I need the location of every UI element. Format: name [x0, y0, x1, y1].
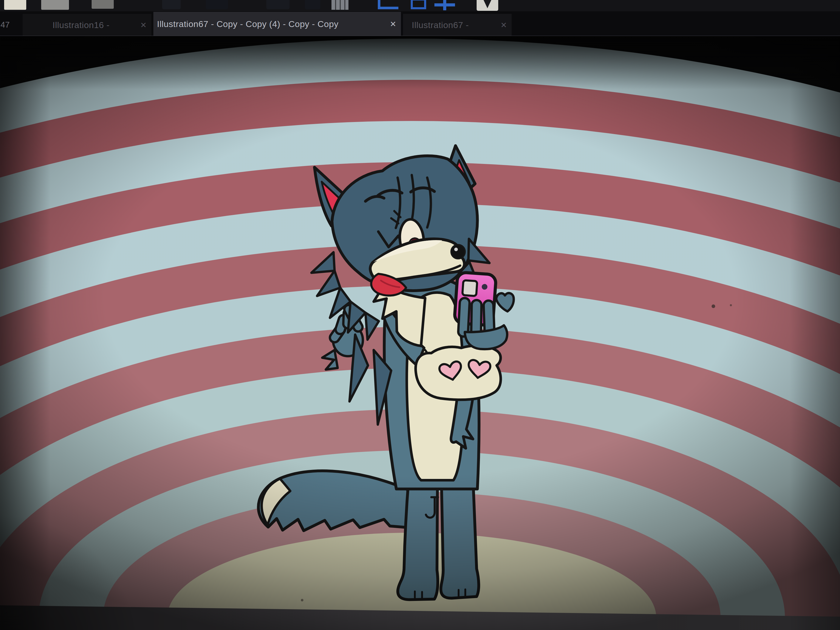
- blue-corner-icon[interactable]: [378, 0, 398, 9]
- gray-panel-icon[interactable]: [92, 0, 114, 9]
- wolf-nose: [451, 245, 465, 259]
- close-icon[interactable]: ✕: [496, 21, 512, 30]
- grid-table-icon[interactable]: [332, 0, 349, 10]
- gray-document-icon[interactable]: [41, 0, 69, 10]
- tab-label: Illustration16 -: [52, 20, 110, 30]
- drawing-canvas[interactable]: [0, 0, 840, 630]
- blue-plus-icon[interactable]: [434, 0, 455, 10]
- tab-label: Illustration67 - Copy - Copy (4) - Copy …: [157, 19, 338, 29]
- dust-speck: [712, 305, 715, 308]
- tab-label: Illustration67 -: [412, 20, 469, 30]
- dark-tool-icon-1[interactable]: [162, 0, 181, 9]
- app-toolbar: [0, 0, 840, 11]
- blue-frame-icon[interactable]: [411, 0, 426, 9]
- dark-tool-icon-3[interactable]: [266, 0, 289, 9]
- wolf-right-leg: [441, 479, 479, 598]
- tab-illustration67[interactable]: Illustration67 - ✕: [403, 14, 512, 36]
- document-tab-bar: 47 Illustration16 - ✕ Illustration67 - C…: [0, 11, 840, 36]
- dark-tool-icon-4[interactable]: [305, 0, 321, 9]
- close-icon[interactable]: ✕: [385, 20, 401, 28]
- photographed-monitor-screen: 47 Illustration16 - ✕ Illustration67 - C…: [0, 0, 840, 630]
- close-icon[interactable]: ✕: [136, 21, 151, 30]
- dust-speck: [301, 599, 303, 602]
- phone-camera: [462, 280, 477, 296]
- dark-tool-icon-2[interactable]: [206, 0, 228, 9]
- tab-illustration67-copy-active[interactable]: Illustration67 - Copy - Copy (4) - Copy …: [153, 12, 401, 36]
- dust-speck: [730, 304, 732, 306]
- cursor-badge-icon[interactable]: [477, 0, 498, 11]
- tabbar-separator: [0, 36, 840, 36]
- new-document-icon[interactable]: [4, 0, 26, 10]
- edge-partial-label: 47: [0, 20, 10, 30]
- tab-illustration16[interactable]: Illustration16 - ✕: [23, 14, 151, 36]
- nose-glint: [454, 248, 458, 251]
